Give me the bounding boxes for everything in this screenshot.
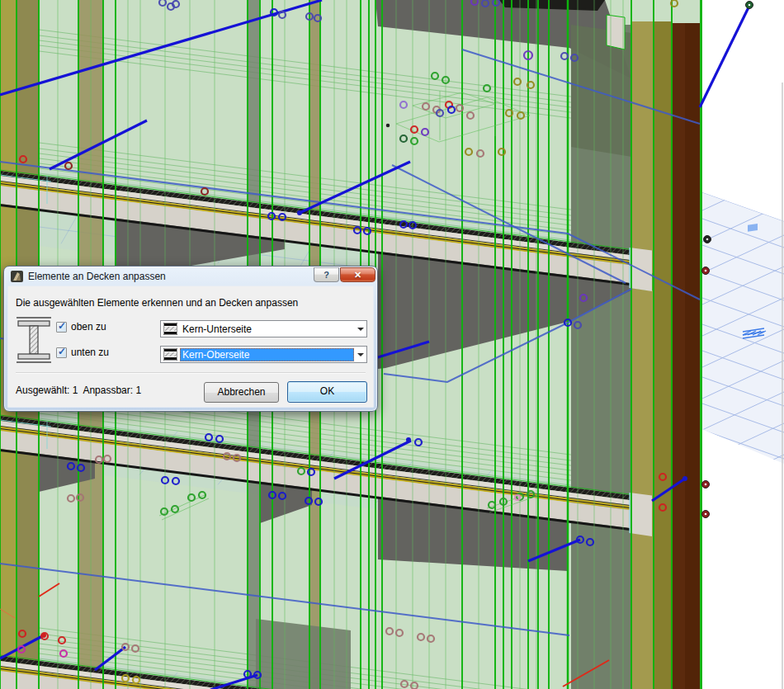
beam-section-icon — [16, 316, 52, 364]
ok-button[interactable]: OK — [287, 381, 367, 403]
hotspot-node-center — [705, 484, 707, 486]
slab-shadow-panel — [607, 15, 625, 50]
slab-end-cap — [630, 493, 652, 536]
combo-unten-zu-value: Kern-Oberseite — [180, 348, 354, 361]
slab-shadow-panel — [256, 619, 351, 689]
wall-end-strip — [654, 20, 672, 689]
node-dot — [297, 210, 302, 215]
checkbox-unten-zu[interactable]: ✓ — [56, 347, 67, 358]
hotspot-node-center — [705, 513, 707, 516]
hotspot-node-center — [705, 270, 707, 272]
chevron-down-icon[interactable] — [354, 353, 366, 356]
surface-layers-icon — [163, 323, 177, 335]
close-button[interactable]: ✕ — [340, 267, 375, 282]
help-button[interactable]: ? — [314, 267, 339, 282]
checkbox-oben-zu-label: oben zu — [71, 321, 106, 333]
checkmark-icon: ✓ — [58, 320, 66, 332]
checkmark-icon: ✓ — [58, 346, 66, 357]
hotspot-node-center — [749, 4, 751, 7]
wall-end-strip — [631, 17, 654, 689]
node-dot — [406, 437, 411, 442]
hotspot-node-center — [706, 238, 709, 241]
separator — [16, 372, 366, 374]
checkbox-unten-zu-label: unten zu — [71, 347, 109, 358]
app-dialog-icon — [11, 271, 23, 282]
combo-unten-zu[interactable]: Kern-Oberseite — [160, 346, 367, 363]
combo-oben-zu[interactable]: Kern-Unterseite — [160, 320, 367, 337]
dialog-title: Elemente an Decken anpassen — [28, 271, 166, 282]
checkbox-oben-zu[interactable]: ✓ — [56, 322, 67, 333]
cancel-button[interactable]: Abbrechen — [204, 382, 279, 403]
node-dot — [41, 633, 46, 638]
node-dot — [682, 476, 687, 481]
adjust-elements-dialog: Elemente an Decken anpassen ? ✕ Die ausg… — [3, 266, 378, 412]
chevron-down-icon[interactable] — [354, 328, 366, 331]
combo-oben-zu-value: Kern-Unterseite — [180, 323, 354, 336]
instruction-text: Die ausgewählten Elemente erkennen und a… — [16, 297, 298, 309]
dialog-body: Die ausgewählten Elemente erkennen und a… — [7, 286, 374, 408]
story-plane-grid-fill — [748, 224, 758, 232]
surface-layers-icon — [163, 348, 177, 361]
node-dot — [386, 124, 390, 128]
selection-status-text: Ausgewählt: 1 Anpassbar: 1 — [16, 385, 141, 396]
